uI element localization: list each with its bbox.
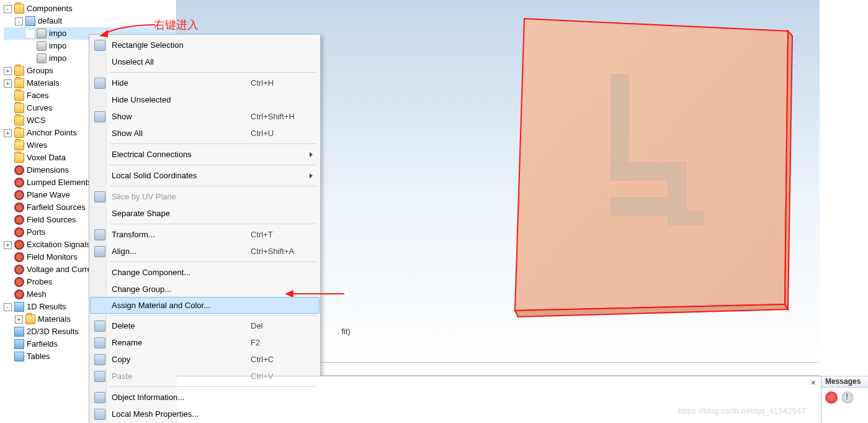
gear-icon: [14, 252, 24, 262]
tree-item-label: Components: [27, 2, 73, 15]
tree-item-label: Mesh: [27, 288, 47, 301]
close-icon[interactable]: ×: [811, 378, 816, 388]
tree-expander[interactable]: -: [4, 5, 12, 13]
menu-separator: [109, 72, 316, 73]
rename-icon: [94, 337, 105, 348]
menu-item-shortcut: F2: [251, 338, 313, 347]
menu-item[interactable]: Electrical Connections: [91, 146, 319, 163]
tree-expander[interactable]: [4, 266, 12, 274]
tree-expander[interactable]: [4, 154, 12, 162]
hide-icon: [94, 78, 105, 89]
tree-item-label: 2D/3D Results: [27, 325, 79, 338]
menu-item[interactable]: Align...Ctrl+Shift+A: [91, 243, 319, 260]
menu-item[interactable]: ShowCtrl+Shift+H: [91, 108, 319, 125]
tree-item-label: Faces: [27, 89, 48, 102]
menu-item[interactable]: HideCtrl+H: [91, 75, 319, 91]
folder-icon: [14, 66, 24, 76]
folder-icon: [14, 91, 24, 101]
tree-item[interactable]: -default: [4, 15, 176, 27]
tree-expander[interactable]: [4, 328, 12, 336]
menu-item-shortcut: Ctrl+U: [251, 129, 313, 138]
menu-item-shortcut: Ctrl+V: [251, 371, 313, 381]
tree-expander[interactable]: [4, 204, 12, 212]
menu-item[interactable]: RenameF2: [91, 334, 319, 351]
tree-expander[interactable]: +: [4, 67, 12, 75]
menu-item[interactable]: Assign Material and Color...: [90, 297, 320, 314]
tree-expander[interactable]: [4, 353, 12, 361]
menu-item-label: Show: [112, 112, 251, 121]
tree-expander[interactable]: [4, 229, 12, 237]
menu-item-label: Unselect All: [112, 57, 313, 66]
tree-expander[interactable]: [4, 142, 12, 150]
tree-expander[interactable]: +: [4, 241, 12, 249]
warning-icon[interactable]: [841, 391, 854, 404]
folder-icon: [14, 103, 24, 113]
menu-item[interactable]: DeleteDel: [91, 317, 319, 334]
tree-item-label: Materials: [27, 77, 60, 89]
menu-item[interactable]: CopyCtrl+C: [91, 351, 319, 368]
menu-item[interactable]: Show AllCtrl+U: [91, 125, 319, 142]
tree-expander[interactable]: +: [4, 80, 12, 88]
tree-item-label: Farfield Sources: [27, 201, 86, 214]
blue-icon: [14, 339, 24, 349]
tree-expander[interactable]: [4, 291, 12, 299]
menu-item-label: Delete: [112, 321, 251, 330]
tree-expander[interactable]: [4, 117, 12, 125]
blue-icon: [14, 352, 24, 362]
menu-separator: [109, 186, 316, 186]
tree-expander[interactable]: [4, 191, 12, 199]
menu-item[interactable]: Change Group...: [91, 281, 319, 298]
menu-item[interactable]: Separate Shape: [91, 205, 319, 222]
blank-icon: [94, 170, 105, 181]
tree-expander[interactable]: [4, 216, 12, 224]
gear-icon: [14, 215, 24, 225]
viewport-overlay-text: . fit): [337, 327, 351, 336]
tree-expander[interactable]: [4, 179, 12, 187]
menu-item-label: Change Component...: [112, 268, 313, 277]
tree-expander[interactable]: [26, 42, 34, 50]
copy-icon: [94, 354, 105, 365]
info-icon: [94, 392, 105, 403]
menu-item[interactable]: Local Mesh Properties...: [91, 406, 319, 422]
tree-expander[interactable]: [4, 166, 12, 175]
tree-expander[interactable]: [4, 92, 12, 100]
folder-icon: [14, 153, 24, 163]
tree-expander[interactable]: [4, 278, 12, 286]
tree-expander[interactable]: [26, 55, 34, 63]
annotation-text: 右键进入: [154, 17, 199, 32]
error-icon[interactable]: [825, 391, 838, 404]
menu-item[interactable]: Hide Unselected: [91, 91, 319, 108]
item-icon: [37, 29, 47, 39]
menu-item-label: Electrical Connections: [112, 150, 310, 159]
tree-item-label: Tables: [27, 350, 50, 363]
menu-item[interactable]: Local Solid Coordinates: [91, 167, 319, 184]
tree-item-label: Excitation Signals: [27, 239, 91, 251]
folder-icon: [14, 140, 24, 150]
blank-icon: [94, 57, 105, 68]
item-icon: [37, 41, 47, 51]
tree-expander[interactable]: +: [15, 316, 23, 324]
tree-expander[interactable]: [4, 104, 12, 112]
tree-expander[interactable]: +: [4, 129, 12, 137]
tree-item-label: Ports: [27, 226, 45, 239]
blue-icon: [14, 302, 24, 312]
tree-expander[interactable]: [4, 340, 12, 348]
menu-item[interactable]: Transform...Ctrl+T: [91, 226, 319, 243]
menu-item[interactable]: Rectangle Selection: [91, 37, 319, 53]
blank-icon: [94, 284, 105, 295]
tree-item-label: Plane Wave: [27, 189, 70, 201]
tree-item-label: Field Sources: [27, 214, 76, 226]
menu-item-label: Rectangle Selection: [112, 40, 313, 50]
tree-expander[interactable]: [4, 253, 12, 262]
gear-icon: [14, 289, 24, 299]
tree-expander[interactable]: -: [15, 17, 23, 25]
menu-item-label: Separate Shape: [112, 209, 313, 218]
menu-item[interactable]: Change Component...: [91, 264, 319, 281]
tree-item-label: Dimensions: [27, 164, 69, 176]
slice-icon: [94, 191, 105, 202]
menu-item[interactable]: Object Information...: [91, 389, 319, 406]
tree-expander[interactable]: -: [4, 303, 12, 311]
menu-item[interactable]: Unselect All: [91, 53, 319, 70]
tree-item[interactable]: -Components: [4, 2, 176, 15]
tree-expander[interactable]: [26, 30, 34, 38]
